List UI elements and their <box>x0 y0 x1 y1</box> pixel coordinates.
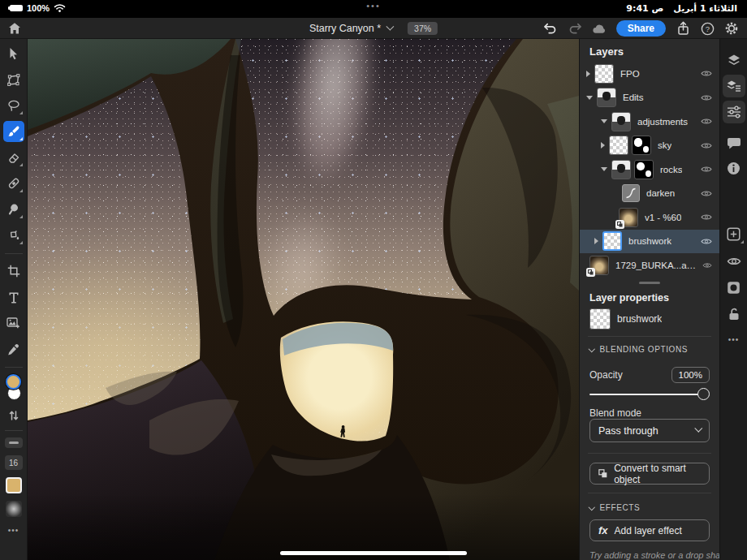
share-button[interactable]: Share <box>616 20 666 37</box>
caret-collapsed-icon[interactable] <box>586 71 590 77</box>
layer-properties-title: Layer properties <box>589 292 669 304</box>
caret-expanded-icon[interactable] <box>586 96 593 100</box>
blending-options-header[interactable]: BLENDING OPTIONS <box>589 345 688 354</box>
add-layer-button[interactable] <box>723 222 745 245</box>
cloud-sync-icon[interactable] <box>592 21 607 36</box>
brush-stroke-preview[interactable] <box>5 437 23 448</box>
visibility-eye-icon[interactable] <box>701 93 712 102</box>
caret-collapsed-icon[interactable] <box>594 238 598 244</box>
slider-track[interactable] <box>589 394 705 395</box>
photoshop-ipad-app: 100% ••• 9:41 ص الثلاثاء 1 أبريل Starry … <box>0 0 747 560</box>
help-button[interactable]: ? <box>700 21 715 36</box>
multitask-dots[interactable]: ••• <box>366 1 381 11</box>
visibility-eye-icon[interactable] <box>701 117 712 126</box>
type-tool[interactable] <box>3 286 24 308</box>
layer-row-fpo[interactable]: FPO <box>580 62 719 86</box>
eyedropper-tool[interactable] <box>3 338 24 360</box>
selected-layer-thumbnail[interactable] <box>602 231 622 251</box>
layer-thumbnail[interactable] <box>594 64 614 84</box>
place-photo-tool[interactable] <box>3 312 24 334</box>
fill-tool[interactable] <box>3 225 24 246</box>
layer-name: FPO <box>620 69 640 79</box>
layer-thumbnail[interactable] <box>611 160 631 179</box>
top-toolbar: Starry Canyon * 37% Share ? <box>0 18 747 39</box>
foreground-color-well[interactable] <box>6 374 21 390</box>
lock-layer-button[interactable] <box>723 302 745 325</box>
smart-object-badge-icon <box>615 220 624 229</box>
export-icon[interactable] <box>676 21 690 36</box>
visibility-eye-icon[interactable] <box>702 261 712 269</box>
layer-properties-panel-toggle[interactable] <box>723 75 745 97</box>
home-indicator-bar[interactable] <box>280 551 467 555</box>
brush-size-value[interactable]: 16 <box>5 455 23 470</box>
brush-tool[interactable] <box>3 121 24 142</box>
effects-label: EFFECTS <box>600 503 641 512</box>
crop-tool[interactable] <box>3 261 24 282</box>
more-tool-options-button[interactable]: ••• <box>8 526 19 535</box>
visibility-eye-icon[interactable] <box>701 237 712 246</box>
effects-header[interactable]: EFFECTS <box>589 503 640 512</box>
home-button[interactable] <box>7 21 22 36</box>
add-mask-button[interactable] <box>723 276 745 299</box>
layer-mask-thumbnail[interactable] <box>634 160 654 179</box>
layer-thumbnail[interactable] <box>611 112 631 131</box>
layer-mask-thumbnail[interactable] <box>632 136 651 155</box>
caret-expanded-icon[interactable] <box>601 119 607 123</box>
layer-row-rocks[interactable]: rocks <box>580 157 719 182</box>
healing-brush-tool[interactable] <box>3 173 24 194</box>
opacity-slider[interactable] <box>589 388 710 401</box>
layer-row-edits[interactable]: Edits <box>580 86 719 110</box>
lasso-tool[interactable] <box>3 95 24 116</box>
slider-knob[interactable] <box>697 388 710 400</box>
swap-colors-button[interactable] <box>3 408 24 423</box>
visibility-eye-icon[interactable] <box>701 165 712 174</box>
comments-panel-toggle[interactable] <box>723 131 745 154</box>
brush-hardness-preview[interactable] <box>6 501 22 517</box>
transform-tool[interactable] <box>3 69 24 90</box>
visibility-eye-icon[interactable] <box>701 213 712 222</box>
clone-stamp-tool[interactable] <box>3 199 24 220</box>
brush-color-swatch[interactable] <box>6 477 22 493</box>
layers-panel-toggle[interactable] <box>723 49 745 71</box>
document-title-area[interactable]: Starry Canyon * 37% <box>309 18 438 39</box>
tool-options-indicator <box>19 163 23 166</box>
smart-object-thumbnail[interactable] <box>619 208 638 227</box>
layer-thumbnail[interactable] <box>609 136 628 155</box>
add-layer-effect-button[interactable]: fx Add layer effect <box>589 519 710 541</box>
document-title[interactable]: Starry Canyon * <box>309 23 381 34</box>
tool-options-indicator <box>19 111 23 114</box>
status-time: 9:41 ص <box>626 3 663 14</box>
layer-row-adjustments[interactable]: adjustments <box>580 110 719 134</box>
blend-mode-dropdown[interactable]: Pass through <box>589 419 710 442</box>
more-layer-options-button[interactable]: ••• <box>723 328 745 351</box>
layer-row-1729-burka[interactable]: 1729_BURKA...anced-NR33 <box>580 253 719 278</box>
curves-adjustment-thumbnail[interactable] <box>622 184 640 202</box>
canvas-image[interactable] <box>28 39 579 560</box>
zoom-level-badge[interactable]: 37% <box>408 22 438 35</box>
layer-row-sky[interactable]: sky <box>580 134 719 158</box>
layer-row-darken[interactable]: darken <box>580 182 719 206</box>
convert-to-smart-object-button[interactable]: Convert to smart object <box>589 463 710 485</box>
blending-options-label: BLENDING OPTIONS <box>600 345 689 354</box>
caret-collapsed-icon[interactable] <box>601 142 605 149</box>
settings-gear-icon[interactable] <box>724 21 739 36</box>
clock-area: 9:41 ص الثلاثاء 1 أبريل <box>626 3 737 14</box>
visibility-eye-icon[interactable] <box>701 189 712 198</box>
layer-row-v1[interactable]: v1 - %60 <box>580 205 719 230</box>
move-tool[interactable] <box>3 43 24 64</box>
visibility-eye-icon[interactable] <box>701 141 712 150</box>
eraser-tool[interactable] <box>3 147 24 168</box>
redo-button[interactable] <box>568 21 582 36</box>
smart-object-thumbnail[interactable] <box>589 256 609 275</box>
layer-row-brushwork-selected[interactable]: brushwork <box>580 230 719 254</box>
panel-drag-handle[interactable] <box>639 282 660 284</box>
visibility-eye-icon[interactable] <box>701 69 712 78</box>
opacity-value-field[interactable]: 100% <box>671 367 710 383</box>
info-button[interactable] <box>723 157 745 179</box>
undo-button[interactable] <box>543 21 558 36</box>
layer-thumbnail[interactable] <box>597 88 616 107</box>
adjustments-panel-toggle[interactable] <box>723 101 745 123</box>
caret-expanded-icon[interactable] <box>601 167 607 171</box>
layer-visibility-button[interactable] <box>723 250 745 273</box>
battery-status: 100% <box>8 3 66 13</box>
